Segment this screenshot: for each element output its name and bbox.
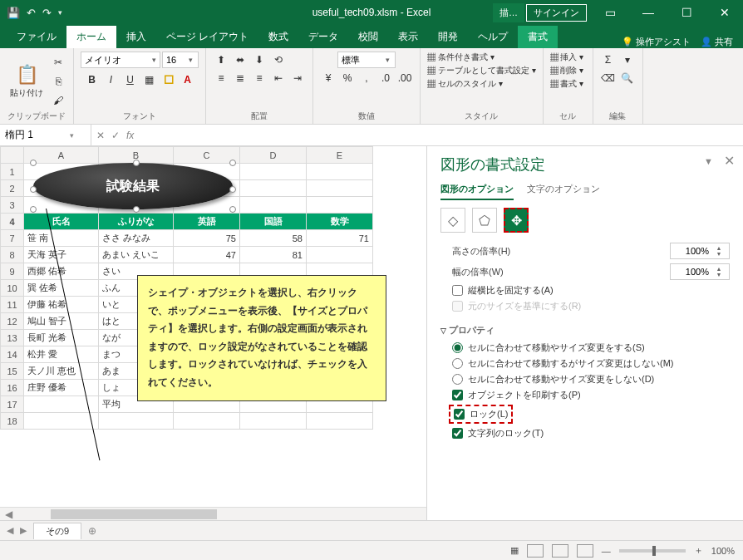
minimize-icon[interactable]: —	[630, 0, 667, 25]
zoom-level[interactable]: 100%	[711, 546, 735, 556]
radio-move-size[interactable]	[452, 342, 463, 353]
normal-view-icon[interactable]	[527, 544, 544, 558]
fill-icon[interactable]: ▾	[619, 52, 636, 68]
macro-record-icon[interactable]: ▦	[510, 545, 519, 556]
percent-icon[interactable]: %	[339, 70, 356, 86]
radio-move-nosize[interactable]	[452, 358, 463, 369]
width-scale-input[interactable]: ▲▼	[670, 263, 730, 280]
find-icon[interactable]: 🔍	[619, 70, 636, 86]
orientation-icon[interactable]: ⟲	[270, 52, 287, 68]
underline-button[interactable]: U	[122, 71, 139, 88]
zoom-slider[interactable]	[619, 549, 686, 553]
undo-icon[interactable]: ↶	[27, 7, 36, 19]
italic-button[interactable]: I	[103, 71, 120, 88]
align-center-icon[interactable]: ≣	[232, 70, 248, 86]
tab-review[interactable]: 校閲	[348, 26, 388, 48]
format-shape-pane: ▼ ✕ 図形の書式設定 図形のオプション 文字のオプション ◇ ⬠ ✥ 高さの倍…	[427, 146, 743, 520]
pane-dropdown-icon[interactable]: ▼	[704, 156, 713, 166]
radio-nomove-nosize[interactable]	[452, 374, 463, 385]
font-name-combo[interactable]: ▾	[81, 52, 160, 68]
maximize-icon[interactable]: ☐	[668, 0, 705, 25]
cond-format-button[interactable]: ▦ 条件付き書式 ▾	[427, 52, 495, 63]
tab-text-options[interactable]: 文字のオプション	[527, 183, 600, 200]
cells-insert-button[interactable]: ▦ 挿入 ▾	[550, 52, 584, 63]
lock-text-checkbox[interactable]	[452, 428, 463, 439]
sheet-tab[interactable]: その9	[33, 523, 81, 539]
zoom-in-icon[interactable]: ＋	[694, 544, 703, 557]
fx-icon[interactable]: fx	[126, 130, 134, 141]
fill-color-button[interactable]: 🞏	[160, 71, 177, 88]
name-box[interactable]: ▾	[0, 125, 91, 145]
tab-data[interactable]: データ	[298, 26, 348, 48]
font-color-button[interactable]: A	[180, 71, 196, 88]
inc-decimal-icon[interactable]: .0	[377, 70, 394, 86]
oval-shape[interactable]: 試験結果	[33, 163, 233, 209]
tab-developer[interactable]: 開発	[428, 26, 468, 48]
original-size-checkbox	[452, 301, 463, 312]
cut-icon[interactable]: ✂	[50, 54, 66, 71]
fill-line-icon[interactable]: ◇	[440, 208, 465, 233]
tab-formulas[interactable]: 数式	[258, 26, 298, 48]
align-right-icon[interactable]: ≡	[251, 70, 268, 86]
tab-pagelayout[interactable]: ページ レイアウト	[156, 26, 258, 48]
tab-help[interactable]: ヘルプ	[468, 26, 518, 48]
copy-icon[interactable]: ⎘	[50, 73, 66, 90]
cells-format-button[interactable]: ▦ 書式 ▾	[550, 78, 584, 90]
new-sheet-icon[interactable]: ⊕	[88, 525, 96, 537]
align-left-icon[interactable]: ≡	[213, 70, 229, 86]
autosum-icon[interactable]: Σ	[600, 52, 617, 68]
ribbon-options-icon[interactable]: ▭	[592, 0, 628, 25]
number-format-combo[interactable]: ▾	[337, 52, 396, 68]
sheet-tab-bar: ◀ ▶ その9 ⊕	[0, 520, 743, 540]
dec-decimal-icon[interactable]: .00	[396, 70, 413, 86]
lock-checkbox[interactable]	[454, 409, 465, 420]
qat-more-icon[interactable]: ▾	[58, 8, 62, 17]
zoom-out-icon[interactable]: —	[602, 546, 611, 556]
tab-insert[interactable]: 挿入	[116, 26, 156, 48]
worksheet-area[interactable]: ABCDE1234氏名ふりがな英語国語数学7笹 南ささ みなみ7558718天海…	[0, 146, 427, 520]
ribbon: 📋貼り付け ✂ ⎘ 🖌 クリップボード ▾ ▾ B I U ▦ 🞏 A フォ	[0, 48, 743, 125]
tab-home[interactable]: ホーム	[66, 26, 116, 48]
align-top-icon[interactable]: ⬆	[213, 52, 229, 68]
page-layout-view-icon[interactable]	[552, 544, 568, 558]
save-icon[interactable]: 💾	[7, 7, 20, 19]
pane-close-icon[interactable]: ✕	[724, 153, 735, 169]
indent-dec-icon[interactable]: ⇤	[270, 70, 287, 86]
properties-header[interactable]: プロパティ	[440, 324, 730, 336]
cells-delete-button[interactable]: ▦ 削除 ▾	[550, 65, 584, 76]
print-object-checkbox[interactable]	[452, 390, 463, 400]
signin-button[interactable]: サインイン	[526, 4, 587, 22]
lock-aspect-checkbox[interactable]	[452, 285, 463, 296]
comma-icon[interactable]: ,	[358, 70, 375, 86]
tab-format[interactable]: 書式	[518, 26, 558, 48]
ribbon-tabs: ファイル ホーム 挿入 ページ レイアウト 数式 データ 校閲 表示 開発 ヘル…	[0, 25, 743, 48]
sheet-nav-prev-icon[interactable]: ◀	[7, 525, 13, 536]
clear-icon[interactable]: ⌫	[600, 70, 617, 86]
bold-button[interactable]: B	[84, 71, 101, 88]
align-bottom-icon[interactable]: ⬇	[251, 52, 268, 68]
font-size-combo[interactable]: ▾	[162, 52, 199, 68]
indent-inc-icon[interactable]: ⇥	[289, 70, 306, 86]
tab-view[interactable]: 表示	[388, 26, 428, 48]
tab-shape-options[interactable]: 図形のオプション	[440, 183, 514, 200]
cell-styles-button[interactable]: ▦ セルのスタイル ▾	[427, 78, 503, 90]
tab-file[interactable]: ファイル	[7, 26, 66, 48]
size-properties-icon[interactable]: ✥	[504, 208, 529, 233]
paste-button[interactable]: 📋貼り付け	[7, 61, 47, 102]
border-button[interactable]: ▦	[141, 71, 158, 88]
sheet-nav-next-icon[interactable]: ▶	[20, 525, 27, 536]
page-break-view-icon[interactable]	[577, 544, 593, 558]
enter-formula-icon[interactable]: ✓	[111, 130, 120, 141]
close-icon[interactable]: ✕	[706, 0, 743, 25]
effects-icon[interactable]: ⬠	[472, 208, 497, 233]
share-button[interactable]: 👤 共有	[701, 36, 733, 48]
redo-icon[interactable]: ↷	[42, 7, 52, 19]
format-painter-icon[interactable]: 🖌	[50, 92, 66, 109]
align-middle-icon[interactable]: ⬌	[232, 52, 248, 68]
cancel-formula-icon[interactable]: ✕	[96, 130, 105, 141]
currency-icon[interactable]: ¥	[320, 70, 337, 86]
horizontal-scrollbar[interactable]: ◀	[0, 507, 426, 520]
height-scale-input[interactable]: ▲▼	[670, 243, 730, 259]
table-format-button[interactable]: ▦ テーブルとして書式設定 ▾	[427, 65, 536, 76]
tell-me[interactable]: 💡 操作アシスト	[622, 36, 691, 48]
